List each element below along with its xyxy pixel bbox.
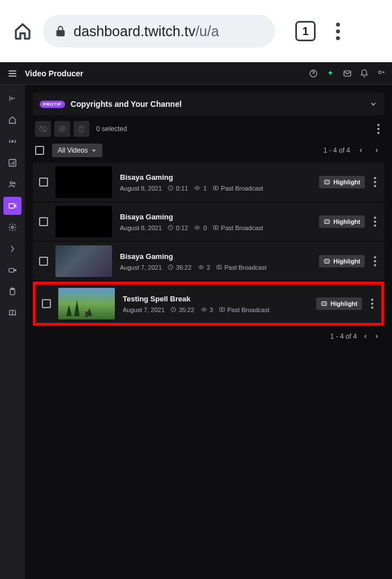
- hamburger-menu-button[interactable]: [6, 67, 19, 80]
- svg-point-8: [11, 226, 14, 228]
- prev-page-button[interactable]: [356, 146, 366, 154]
- video-menu-button[interactable]: [367, 295, 378, 312]
- prev-page-button-bottom[interactable]: [363, 334, 368, 339]
- highlight-button[interactable]: Highlight: [319, 255, 365, 267]
- video-row[interactable]: Testing Spell Break August 7, 2021 35:22…: [33, 282, 384, 326]
- video-type: Past Broadcast: [213, 185, 264, 192]
- video-thumbnail[interactable]: [58, 288, 115, 319]
- video-title: Bisaya Gaming: [120, 173, 315, 182]
- video-menu-button[interactable]: [369, 174, 381, 191]
- lock-icon: [54, 25, 67, 37]
- help-icon[interactable]: [308, 68, 318, 79]
- svg-point-13: [197, 188, 198, 189]
- video-type: Past Broadcast: [219, 306, 270, 313]
- pagination-range: 1 - 4 of 4: [324, 146, 350, 154]
- video-type: Past Broadcast: [213, 224, 264, 231]
- highlight-button[interactable]: Highlight: [316, 297, 362, 310]
- video-duration: 0:11: [167, 185, 188, 192]
- svg-rect-22: [217, 265, 221, 269]
- page-title: Video Producer: [25, 69, 303, 78]
- video-checkbox[interactable]: [39, 257, 48, 266]
- nav-settings-icon[interactable]: [3, 218, 21, 236]
- next-page-button-bottom[interactable]: [374, 334, 380, 339]
- nav-camera-icon[interactable]: [3, 261, 21, 279]
- url-text: dashboard.twitch.tv/u/a: [74, 23, 219, 40]
- video-row[interactable]: Bisaya Gaming August 8, 2021 0:12 0 Past…: [33, 202, 384, 241]
- browser-address-bar[interactable]: dashboard.twitch.tv/u/a: [43, 15, 275, 47]
- svg-rect-18: [213, 226, 218, 229]
- svg-point-17: [197, 227, 198, 228]
- browser-tabs-button[interactable]: 1: [295, 21, 316, 41]
- video-duration: 36:22: [167, 264, 192, 271]
- nav-content-icon[interactable]: [3, 197, 21, 215]
- video-views: 2: [197, 264, 210, 271]
- nav-collapse-icon[interactable]: [3, 89, 21, 107]
- video-date: August 7, 2021: [123, 306, 165, 313]
- video-views: 1: [193, 185, 206, 192]
- toolbar-menu-button[interactable]: [375, 122, 382, 136]
- nav-clipboard-icon[interactable]: [3, 283, 21, 301]
- svg-rect-14: [213, 186, 218, 189]
- protip-badge: PROTIP: [40, 101, 65, 108]
- video-row[interactable]: Bisaya Gaming August 7, 2021 36:22 2 Pas…: [33, 242, 384, 280]
- browser-menu-button[interactable]: [333, 19, 343, 44]
- video-checkbox[interactable]: [39, 178, 48, 187]
- inbox-icon[interactable]: [342, 68, 352, 79]
- svg-point-6: [14, 183, 15, 184]
- chevron-down-icon: [91, 148, 97, 153]
- user-icon[interactable]: [376, 68, 386, 79]
- hide-button[interactable]: [35, 121, 51, 137]
- svg-point-2: [378, 71, 381, 74]
- svg-point-3: [12, 141, 14, 142]
- protip-banner[interactable]: PROTIP Copyrights and Your Channel: [33, 93, 384, 115]
- nav-book-icon[interactable]: [3, 304, 21, 322]
- video-thumbnail[interactable]: [55, 166, 112, 198]
- show-button[interactable]: [54, 121, 70, 137]
- filter-dropdown[interactable]: All Videos: [52, 144, 102, 157]
- svg-point-25: [203, 309, 204, 310]
- svg-rect-7: [9, 204, 14, 208]
- nav-analytics-icon[interactable]: [3, 154, 21, 172]
- video-menu-button[interactable]: [369, 253, 381, 270]
- browser-home-button[interactable]: [11, 20, 34, 42]
- highlight-button[interactable]: Highlight: [319, 176, 365, 188]
- svg-rect-27: [322, 302, 327, 306]
- video-duration: 0:12: [167, 224, 188, 231]
- sparkle-icon[interactable]: [325, 68, 335, 79]
- video-date: August 8, 2021: [120, 224, 162, 231]
- nav-extensions-icon[interactable]: [3, 240, 21, 258]
- nav-stream-icon[interactable]: [3, 132, 21, 150]
- video-title: Bisaya Gaming: [120, 252, 315, 261]
- video-type: Past Broadcast: [216, 264, 267, 271]
- video-checkbox[interactable]: [39, 217, 48, 226]
- svg-rect-15: [325, 180, 330, 184]
- svg-rect-26: [219, 308, 224, 311]
- notifications-icon[interactable]: [359, 68, 369, 79]
- svg-rect-23: [325, 260, 330, 263]
- video-title: Bisaya Gaming: [120, 213, 315, 221]
- banner-title: Copyrights and Your Channel: [71, 100, 364, 109]
- highlight-icon: [324, 179, 330, 185]
- video-title: Testing Spell Break: [123, 295, 312, 303]
- video-duration: 35:22: [170, 306, 195, 313]
- video-date: August 8, 2021: [120, 185, 162, 192]
- nav-community-icon[interactable]: [3, 175, 21, 193]
- video-date: August 7, 2021: [120, 264, 162, 271]
- video-menu-button[interactable]: [369, 213, 381, 230]
- svg-point-11: [61, 128, 63, 130]
- next-page-button[interactable]: [372, 146, 382, 154]
- delete-button[interactable]: [74, 121, 89, 137]
- highlight-button[interactable]: Highlight: [319, 215, 365, 228]
- filter-label: All Videos: [58, 146, 88, 154]
- highlight-icon: [321, 300, 328, 307]
- pagination-range-bottom: 1 - 4 of 4: [330, 332, 357, 340]
- video-thumbnail[interactable]: [55, 206, 112, 237]
- nav-home-icon[interactable]: [3, 111, 21, 129]
- highlight-icon: [324, 258, 330, 265]
- video-thumbnail[interactable]: [55, 245, 112, 277]
- video-checkbox[interactable]: [42, 299, 51, 308]
- left-nav: [0, 85, 25, 579]
- svg-rect-19: [325, 220, 330, 224]
- video-row[interactable]: Bisaya Gaming August 8, 2021 0:11 1 Past…: [33, 163, 384, 201]
- select-all-checkbox[interactable]: [35, 146, 44, 155]
